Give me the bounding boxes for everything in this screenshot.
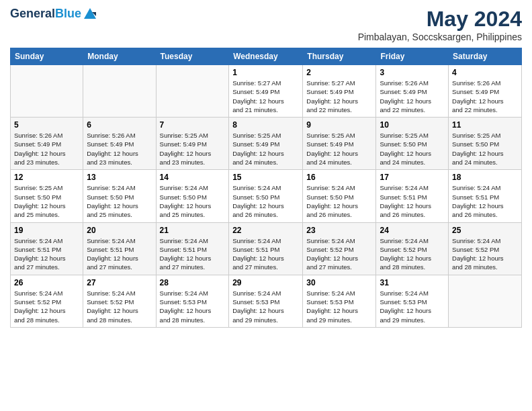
day-number: 15 <box>232 173 299 182</box>
day-info-line: Daylight: 12 hours <box>14 255 66 262</box>
calendar-cell: 3Sunrise: 5:26 AMSunset: 5:49 PMDaylight… <box>376 65 449 118</box>
day-info-line: Daylight: 12 hours <box>232 307 284 314</box>
day-info-line: Sunset: 5:53 PM <box>306 298 353 306</box>
day-info: Sunrise: 5:24 AMSunset: 5:50 PMDaylight:… <box>232 183 299 219</box>
day-info-line: Sunrise: 5:25 AM <box>380 132 428 139</box>
day-info: Sunrise: 5:24 AMSunset: 5:51 PMDaylight:… <box>87 236 152 272</box>
calendar-cell: 8Sunrise: 5:25 AMSunset: 5:49 PMDaylight… <box>229 118 303 170</box>
day-info-line: Sunrise: 5:24 AM <box>306 289 355 297</box>
col-saturday: Saturday <box>449 48 522 65</box>
day-info-line: Daylight: 12 hours <box>160 307 212 314</box>
calendar-cell: 14Sunrise: 5:24 AMSunset: 5:50 PMDayligh… <box>156 170 229 222</box>
day-info-line: Daylight: 12 hours <box>87 255 138 262</box>
calendar-cell: 13Sunrise: 5:24 AMSunset: 5:50 PMDayligh… <box>83 170 156 222</box>
day-number: 11 <box>452 120 518 130</box>
day-info-line: Sunset: 5:49 PM <box>232 88 279 95</box>
day-info-line: and 25 minutes. <box>14 211 60 218</box>
day-info: Sunrise: 5:26 AMSunset: 5:49 PMDaylight:… <box>87 131 152 167</box>
day-info-line: Sunset: 5:52 PM <box>306 246 353 253</box>
day-info-line: and 27 minutes. <box>14 263 60 271</box>
day-info: Sunrise: 5:25 AMSunset: 5:50 PMDaylight:… <box>380 131 445 167</box>
day-info-line: Sunrise: 5:24 AM <box>232 289 281 297</box>
calendar-week-3: 12Sunrise: 5:25 AMSunset: 5:50 PMDayligh… <box>11 170 522 222</box>
day-info-line: Daylight: 12 hours <box>14 307 66 314</box>
day-info-line: Sunset: 5:50 PM <box>160 193 207 201</box>
day-info: Sunrise: 5:24 AMSunset: 5:50 PMDaylight:… <box>87 183 152 219</box>
day-info-line: Sunset: 5:50 PM <box>380 140 427 148</box>
day-number: 27 <box>87 278 152 287</box>
day-info-line: Sunset: 5:53 PM <box>160 298 207 306</box>
day-number: 30 <box>306 278 372 287</box>
day-info-line: Sunrise: 5:24 AM <box>232 237 281 244</box>
day-info-line: Sunset: 5:49 PM <box>160 140 207 148</box>
day-info-line: and 22 minutes. <box>452 106 498 113</box>
day-info-line: Daylight: 12 hours <box>452 255 504 262</box>
day-info-line: and 27 minutes. <box>87 263 132 271</box>
day-number: 21 <box>160 226 226 235</box>
calendar-table: Sunday Monday Tuesday Wednesday Thursday… <box>10 48 522 328</box>
day-info-line: Sunset: 5:52 PM <box>87 298 134 306</box>
day-info-line: Sunrise: 5:24 AM <box>87 237 135 244</box>
day-info-line: and 28 minutes. <box>160 316 206 324</box>
day-info-line: and 24 minutes. <box>232 158 278 166</box>
day-number: 29 <box>232 278 299 287</box>
day-info-line: and 23 minutes. <box>87 158 132 166</box>
day-info: Sunrise: 5:27 AMSunset: 5:49 PMDaylight:… <box>232 79 299 114</box>
day-number: 19 <box>14 226 79 235</box>
day-info-line: Daylight: 12 hours <box>232 97 284 105</box>
day-info-line: Sunrise: 5:24 AM <box>380 184 428 191</box>
day-info-line: Daylight: 12 hours <box>306 307 358 314</box>
calendar-week-2: 5Sunrise: 5:26 AMSunset: 5:49 PMDaylight… <box>11 118 522 170</box>
day-number: 22 <box>232 226 299 235</box>
day-info-line: Sunrise: 5:24 AM <box>160 289 208 297</box>
day-number: 9 <box>306 120 372 130</box>
day-info: Sunrise: 5:25 AMSunset: 5:50 PMDaylight:… <box>14 183 79 219</box>
day-info-line: Sunset: 5:51 PM <box>452 193 499 201</box>
day-info-line: Sunset: 5:49 PM <box>380 88 427 95</box>
calendar-cell: 21Sunrise: 5:24 AMSunset: 5:51 PMDayligh… <box>156 222 229 275</box>
day-info-line: Sunset: 5:50 PM <box>232 193 279 201</box>
day-info-line: Sunrise: 5:24 AM <box>232 184 281 191</box>
day-info: Sunrise: 5:24 AMSunset: 5:53 PMDaylight:… <box>160 289 226 324</box>
day-info-line: Sunset: 5:51 PM <box>380 193 427 201</box>
logo-icon <box>83 7 97 21</box>
day-info: Sunrise: 5:25 AMSunset: 5:49 PMDaylight:… <box>232 131 299 167</box>
day-info-line: and 26 minutes. <box>306 211 352 218</box>
calendar-cell: 29Sunrise: 5:24 AMSunset: 5:53 PMDayligh… <box>229 275 303 327</box>
col-monday: Monday <box>83 48 156 65</box>
day-info: Sunrise: 5:24 AMSunset: 5:52 PMDaylight:… <box>306 236 372 272</box>
day-info-line: and 25 minutes. <box>160 211 206 218</box>
day-info-line: Sunrise: 5:24 AM <box>14 237 62 244</box>
day-info-line: and 24 minutes. <box>380 158 425 166</box>
day-number: 18 <box>452 173 518 182</box>
location: Pimbalayan, Soccsksargen, Philippines <box>358 32 522 42</box>
day-info-line: Daylight: 12 hours <box>160 255 212 262</box>
day-info-line: Daylight: 12 hours <box>232 202 284 210</box>
day-info: Sunrise: 5:26 AMSunset: 5:49 PMDaylight:… <box>452 79 518 114</box>
calendar-cell <box>156 65 229 118</box>
day-info-line: Sunrise: 5:26 AM <box>87 132 135 139</box>
calendar-cell: 11Sunrise: 5:25 AMSunset: 5:50 PMDayligh… <box>449 118 522 170</box>
day-info: Sunrise: 5:24 AMSunset: 5:52 PMDaylight:… <box>452 236 518 272</box>
day-number: 17 <box>380 173 445 182</box>
day-number: 2 <box>306 68 372 77</box>
calendar-cell: 19Sunrise: 5:24 AMSunset: 5:51 PMDayligh… <box>11 222 83 275</box>
day-info: Sunrise: 5:24 AMSunset: 5:52 PMDaylight:… <box>87 289 152 324</box>
day-info-line: Daylight: 12 hours <box>452 202 504 210</box>
day-info-line: Daylight: 12 hours <box>380 202 431 210</box>
day-info-line: and 21 minutes. <box>232 106 278 113</box>
calendar-cell: 2Sunrise: 5:27 AMSunset: 5:49 PMDaylight… <box>303 65 376 118</box>
day-number: 6 <box>87 120 152 130</box>
day-info: Sunrise: 5:27 AMSunset: 5:49 PMDaylight:… <box>306 79 372 114</box>
calendar-cell: 27Sunrise: 5:24 AMSunset: 5:52 PMDayligh… <box>83 275 156 327</box>
col-thursday: Thursday <box>303 48 376 65</box>
header: GeneralBlue May 2024 Pimbalayan, Soccsks… <box>10 7 522 42</box>
col-sunday: Sunday <box>11 48 83 65</box>
day-info-line: and 27 minutes. <box>232 263 278 271</box>
day-number: 4 <box>452 68 518 77</box>
col-friday: Friday <box>376 48 449 65</box>
calendar-week-1: 1Sunrise: 5:27 AMSunset: 5:49 PMDaylight… <box>11 65 522 118</box>
day-info-line: Daylight: 12 hours <box>380 150 431 157</box>
day-info-line: Sunrise: 5:25 AM <box>306 132 355 139</box>
day-info-line: Sunset: 5:52 PM <box>380 246 427 253</box>
